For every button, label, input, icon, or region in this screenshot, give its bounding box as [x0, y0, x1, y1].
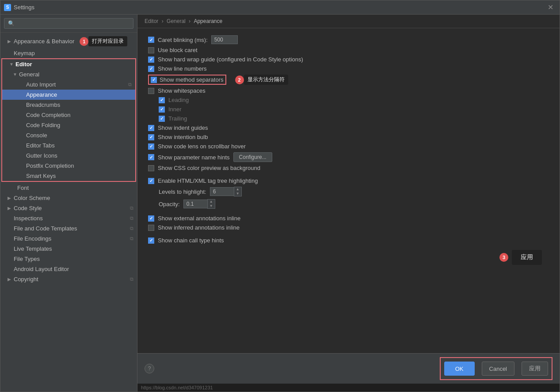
- apply-button[interactable]: 应用: [522, 362, 548, 376]
- sidebar-item-code-style[interactable]: ▶ Code Style ⧉: [0, 203, 137, 213]
- sidebar-item-file-code-templates[interactable]: File and Code Templates ⧉: [0, 223, 137, 234]
- copy-icon: ⧉: [130, 236, 133, 241]
- sidebar-item-file-encodings[interactable]: File Encodings ⧉: [0, 234, 137, 244]
- sidebar-item-postfix-completion[interactable]: Postfix Completion: [2, 161, 135, 171]
- sidebar-item-code-completion[interactable]: Code Completion: [2, 110, 135, 120]
- annotation-label-2: 显示方法分隔符: [244, 75, 288, 85]
- show-css-color-checkbox[interactable]: [148, 165, 154, 171]
- copy-icon: ⧉: [130, 226, 133, 231]
- levels-down-btn[interactable]: ▼: [234, 192, 241, 196]
- sidebar-item-label: File Types: [14, 256, 40, 262]
- sidebar-item-appearance-behavior[interactable]: ▶ Appearance & Behavior 1 打开对应目录: [0, 34, 137, 48]
- opacity-spinner-buttons: ▲ ▼: [207, 199, 215, 209]
- sidebar-item-general[interactable]: ▼ General: [2, 69, 135, 79]
- sidebar-item-label: General: [19, 71, 39, 78]
- sidebar-item-editor-tabs[interactable]: Editor Tabs: [2, 140, 135, 151]
- inner-checkbox[interactable]: [159, 106, 165, 113]
- use-block-caret-label: Use block caret: [158, 47, 198, 53]
- sidebar-item-auto-import[interactable]: Auto Import ⧉: [2, 79, 135, 90]
- apply-annotation-area: 3 应用: [148, 246, 549, 265]
- show-indent-guides-checkbox[interactable]: [148, 125, 154, 131]
- annotation-label-1: 打开对应目录: [88, 36, 127, 46]
- sidebar-item-label: Smart Keys: [26, 173, 56, 179]
- sidebar-item-label: Code Style: [14, 205, 42, 211]
- levels-input[interactable]: [210, 187, 234, 196]
- show-whitespaces-row: Show whitespaces: [148, 87, 549, 94]
- opacity-down-btn[interactable]: ▼: [208, 204, 215, 208]
- show-code-lens-label: Show code lens on scrollbar hover: [158, 143, 246, 150]
- copy-icon: ⧉: [130, 205, 133, 211]
- sidebar-item-label: File Encodings: [14, 235, 51, 242]
- sidebar-item-label: Auto Import: [26, 81, 56, 88]
- sidebar-item-editor[interactable]: ▼ Editor: [2, 59, 135, 69]
- enable-html-xml-row: Enable HTML/XML tag tree highlighting: [148, 177, 549, 184]
- configure-button[interactable]: Configure...: [233, 152, 272, 162]
- sidebar-item-keymap[interactable]: Keymap: [0, 48, 137, 58]
- levels-up-btn[interactable]: ▲: [234, 187, 241, 192]
- show-whitespaces-label: Show whitespaces: [158, 87, 206, 94]
- show-code-lens-checkbox[interactable]: [148, 143, 154, 150]
- caret-blinking-checkbox[interactable]: [148, 37, 154, 43]
- annotation-2: 2 显示方法分隔符: [235, 75, 288, 85]
- show-whitespaces-checkbox[interactable]: [148, 88, 154, 94]
- show-intention-bulb-checkbox[interactable]: [148, 134, 154, 140]
- ok-button[interactable]: OK: [444, 362, 475, 376]
- sidebar-item-label: Appearance: [26, 91, 57, 98]
- show-inferred-annotations-checkbox[interactable]: [148, 225, 154, 231]
- apply-black-button[interactable]: 应用: [512, 250, 542, 265]
- show-method-separators-row: Show method separators 2 显示方法分隔符: [148, 75, 549, 85]
- sidebar-item-label: Appearance & Behavior: [14, 38, 74, 45]
- show-line-numbers-checkbox[interactable]: [148, 66, 154, 72]
- show-hard-wrap-checkbox[interactable]: [148, 57, 154, 63]
- sidebar-item-inspections[interactable]: Inspections ⧉: [0, 213, 137, 223]
- use-block-caret-checkbox[interactable]: [148, 47, 154, 53]
- sidebar-item-android-layout-editor[interactable]: Android Layout Editor: [0, 264, 137, 274]
- show-external-annotations-checkbox[interactable]: [148, 215, 154, 222]
- levels-label: Levels to highlight:: [159, 188, 206, 195]
- sidebar-item-console[interactable]: Console: [2, 130, 135, 140]
- sidebar-item-appearance[interactable]: Appearance: [2, 90, 135, 100]
- sidebar-item-font[interactable]: Font: [0, 183, 137, 193]
- app-icon: S: [4, 4, 11, 11]
- search-input[interactable]: [4, 18, 133, 29]
- cancel-button[interactable]: Cancel: [482, 362, 514, 376]
- sidebar-item-file-types[interactable]: File Types: [0, 254, 137, 264]
- whitespace-inner-row: Inner: [148, 106, 549, 113]
- close-button[interactable]: ✕: [545, 2, 556, 12]
- enable-html-xml-checkbox[interactable]: [148, 178, 154, 184]
- sidebar-item-color-scheme[interactable]: ▶ Color Scheme: [0, 193, 137, 203]
- show-chain-call-label: Show chain call type hints: [158, 237, 224, 244]
- breadcrumb-sep-2: ›: [189, 18, 192, 24]
- leading-checkbox[interactable]: [159, 97, 165, 103]
- opacity-up-btn[interactable]: ▲: [208, 200, 215, 204]
- enable-html-xml-label: Enable HTML/XML tag tree highlighting: [158, 177, 258, 184]
- sidebar-item-gutter-icons[interactable]: Gutter Icons: [2, 151, 135, 161]
- arrow-icon: ▶: [8, 277, 12, 282]
- show-parameter-hints-checkbox[interactable]: [148, 154, 154, 160]
- show-parameter-hints-label: Show parameter name hints: [158, 154, 230, 161]
- sidebar-item-label: Code Folding: [26, 122, 60, 128]
- opacity-input[interactable]: [183, 200, 207, 208]
- show-method-sep-checkbox[interactable]: [151, 77, 157, 83]
- show-line-numbers-row: Show line numbers: [148, 65, 549, 72]
- show-chain-call-checkbox[interactable]: [148, 237, 154, 244]
- sidebar-item-label: Color Scheme: [14, 195, 50, 201]
- show-line-numbers-label: Show line numbers: [158, 65, 207, 72]
- sidebar-item-live-templates[interactable]: Live Templates: [0, 244, 137, 254]
- sidebar-item-copyright[interactable]: ▶ Copyright ⧉: [0, 274, 137, 284]
- arrow-icon: ▶: [8, 206, 12, 211]
- trailing-checkbox[interactable]: [159, 116, 165, 122]
- opacity-label: Opacity:: [159, 201, 180, 207]
- levels-spinner-buttons: ▲ ▼: [234, 187, 242, 196]
- sidebar-item-label: File and Code Templates: [14, 225, 77, 232]
- levels-spinner: ▲ ▼: [210, 187, 242, 196]
- sidebar-item-smart-keys[interactable]: Smart Keys: [2, 171, 135, 181]
- copy-icon: ⧉: [128, 82, 132, 87]
- help-button[interactable]: ?: [145, 364, 154, 373]
- caret-blinking-input[interactable]: [211, 35, 238, 44]
- sidebar-item-label: Android Layout Editor: [14, 266, 69, 272]
- show-css-color-label: Show CSS color preview as background: [158, 165, 260, 171]
- sidebar-item-breadcrumbs[interactable]: Breadcrumbs: [2, 100, 135, 110]
- sidebar-item-code-folding[interactable]: Code Folding: [2, 120, 135, 130]
- sidebar: ▶ Appearance & Behavior 1 打开对应目录 Keymap: [0, 15, 137, 392]
